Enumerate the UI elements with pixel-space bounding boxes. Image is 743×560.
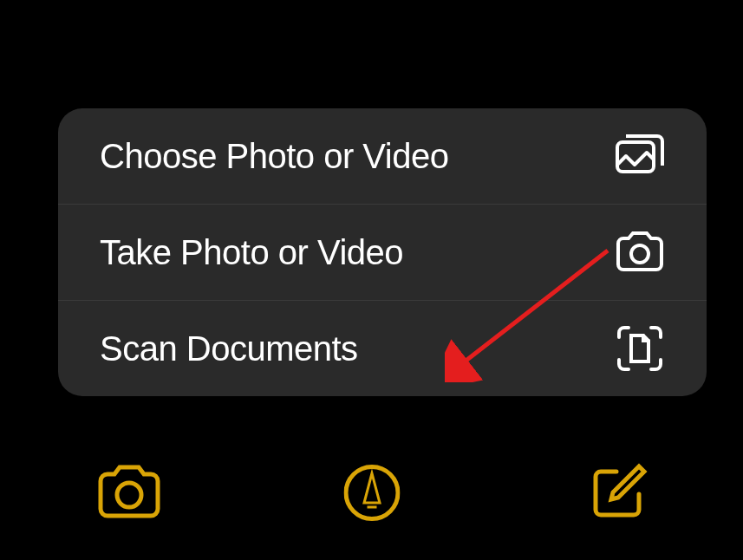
menu-item-label: Scan Documents — [100, 329, 358, 368]
scan-document-icon — [615, 325, 665, 372]
scan-documents-menu-item[interactable]: Scan Documents — [58, 301, 707, 396]
camera-icon — [615, 229, 665, 276]
markup-button[interactable] — [343, 465, 400, 524]
attachment-menu: Choose Photo or Video Take Photo or Vide… — [58, 108, 707, 396]
menu-item-label: Take Photo or Video — [100, 233, 403, 272]
take-photo-menu-item[interactable]: Take Photo or Video — [58, 205, 707, 301]
svg-point-1 — [631, 245, 648, 263]
gallery-icon — [615, 133, 665, 179]
svg-point-4 — [117, 483, 141, 507]
menu-item-label: Choose Photo or Video — [100, 137, 448, 176]
compose-button[interactable] — [589, 463, 648, 525]
choose-photo-menu-item[interactable]: Choose Photo or Video — [58, 108, 707, 205]
bottom-toolbar — [0, 459, 743, 530]
camera-button[interactable] — [95, 459, 163, 530]
